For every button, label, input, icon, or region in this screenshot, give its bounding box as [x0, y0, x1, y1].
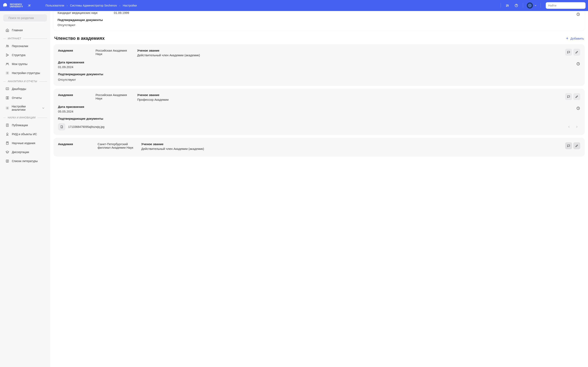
history-button[interactable] [576, 106, 580, 110]
chevron-right-icon: › [120, 4, 121, 7]
date-label: Дата присвоения [58, 105, 580, 108]
sidebar-item-label: Списки литературы [12, 159, 38, 163]
sidebar-item-label: Диссертации [12, 150, 29, 154]
doc-prev-button[interactable] [566, 123, 572, 130]
svg-point-11 [6, 54, 7, 54]
graduation-icon [5, 150, 9, 154]
sidebar-search[interactable] [3, 14, 47, 22]
date-label: Дата присвоения [58, 60, 580, 64]
edit-button[interactable] [573, 49, 580, 56]
svg-point-5 [529, 4, 531, 7]
history-button[interactable] [576, 62, 580, 66]
doc-next-button[interactable] [573, 123, 580, 130]
fingerprint-icon [527, 3, 532, 8]
logo-text-2: UNIVERSITY [10, 6, 23, 8]
degree-value: Кандидат медицинских наук [58, 11, 98, 15]
sidebar-item-dissertations[interactable]: Диссертации [3, 148, 47, 157]
clock-icon [576, 12, 580, 16]
comment-button[interactable] [565, 142, 572, 149]
logo-text-1: SECHENOV [10, 3, 23, 6]
sidebar-item-label: Главная [12, 29, 23, 32]
sidebar-item-bibliography[interactable]: Списки литературы [3, 157, 47, 166]
edit-icon [575, 50, 579, 54]
sidebar-search-input[interactable] [8, 16, 44, 20]
divider [541, 3, 541, 8]
sidebar-item-reports[interactable]: Отчеты [3, 93, 47, 102]
gear-icon [5, 106, 9, 110]
global-search[interactable] [546, 2, 586, 9]
list-icon [5, 159, 9, 163]
docs-absent: Отсутствуют [58, 78, 580, 81]
sidebar-item-label: Настройки структуры [12, 71, 40, 75]
search-icon [6, 16, 6, 20]
document-attachment: JPG 1713368479095aj9szwjq.jpg [58, 123, 580, 131]
sidebar-item-analytics-settings[interactable]: Настройки аналитики [3, 102, 47, 114]
sidebar-item-groups[interactable]: Мои группы [3, 59, 47, 68]
sidebar-item-publications[interactable]: Публикации [3, 121, 47, 130]
sidebar-item-journals[interactable]: Научные издания [3, 139, 47, 148]
docs-label: Подтверждающие документы [58, 18, 581, 22]
groups-icon [5, 62, 9, 66]
sidebar: Главная ИНТРАНЕТ Персоналии Структура Мо… [0, 11, 50, 367]
comment-button[interactable] [565, 49, 572, 56]
edit-button[interactable] [573, 142, 580, 149]
sidebar-item-personnel[interactable]: Персоналии [3, 42, 47, 50]
sidebar-item-dashboards[interactable]: Дашборды [3, 84, 47, 93]
academy-label: Академия [58, 142, 93, 146]
app-header: SECHENOV UNIVERSITY Пользователи › Систе… [0, 0, 588, 11]
users-icon [5, 44, 9, 48]
edit-button[interactable] [573, 93, 580, 100]
structure-icon [5, 53, 9, 57]
add-membership-button[interactable]: Добавить [566, 37, 584, 40]
sidebar-item-label: Мои группы [12, 62, 27, 66]
comment-icon [567, 50, 570, 54]
logo[interactable]: SECHENOV UNIVERSITY [2, 3, 23, 8]
sidebar-item-label: РИД и объекты ИС [12, 133, 37, 136]
sidebar-section-analytics: АНАЛИТИКА И ОТЧЕТЫ [3, 77, 47, 84]
chevron-left-icon [568, 125, 571, 128]
gear-icon [5, 71, 9, 75]
breadcrumb-2[interactable]: Настройки [123, 4, 137, 7]
document-icon [5, 123, 9, 127]
sidebar-item-structure-settings[interactable]: Настройки структуры [3, 68, 47, 77]
academy-label: Академия [58, 49, 91, 52]
sidebar-item-structure[interactable]: Структура [3, 50, 47, 59]
breadcrumb-0[interactable]: Пользователи [45, 4, 64, 7]
header-right [499, 1, 586, 9]
settings-button[interactable] [503, 1, 511, 9]
help-button[interactable] [512, 1, 520, 9]
user-menu[interactable] [526, 2, 538, 8]
divider [501, 3, 501, 8]
section-title: Членство в академиях [54, 36, 104, 41]
comment-button[interactable] [565, 93, 572, 100]
bookmark-icon [5, 141, 9, 145]
date-value: 05.05.2024 [58, 110, 580, 113]
dashboard-icon [5, 87, 9, 91]
sidebar-item-label: Настройки аналитики [12, 105, 39, 111]
comment-icon [567, 144, 570, 147]
academy-value: Российская Академия Наук [95, 49, 132, 56]
edit-icon [575, 95, 579, 98]
divider [523, 3, 523, 8]
sidebar-item-rid[interactable]: РИД и объекты ИС [3, 130, 47, 139]
sliders-icon [506, 4, 509, 7]
sidebar-item-label: Публикации [12, 124, 28, 127]
svg-point-15 [8, 63, 9, 64]
breadcrumb-1[interactable]: Системы Администратор Sechenov [70, 4, 117, 7]
svg-point-10 [8, 45, 9, 46]
file-icon-wrap[interactable]: JPG [58, 123, 65, 131]
history-button[interactable] [576, 12, 580, 16]
doc-filename[interactable]: 1713368479095aj9szwjq.jpg [68, 125, 104, 128]
membership-card: Академия Санкт-Петербургский филлиал Ака… [53, 138, 585, 157]
pin-button[interactable] [26, 2, 33, 9]
sidebar-item-home[interactable]: Главная [3, 26, 47, 35]
svg-point-1 [507, 5, 508, 5]
sidebar-section-intranet: ИНТРАНЕТ [3, 35, 47, 42]
title-value: Профессор Академии [137, 98, 560, 101]
sidebar-item-label: Структура [12, 53, 25, 57]
svg-point-8 [6, 18, 6, 18]
global-search-input[interactable] [548, 4, 584, 7]
sidebar-item-label: Научные издания [12, 142, 35, 145]
sidebar-item-label: Дашборды [12, 87, 26, 91]
sidebar-item-label: Персоналии [12, 44, 28, 48]
